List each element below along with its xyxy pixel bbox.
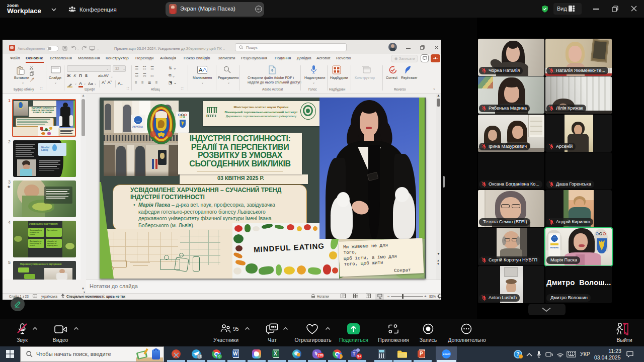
svg-text:A: A — [199, 67, 203, 73]
